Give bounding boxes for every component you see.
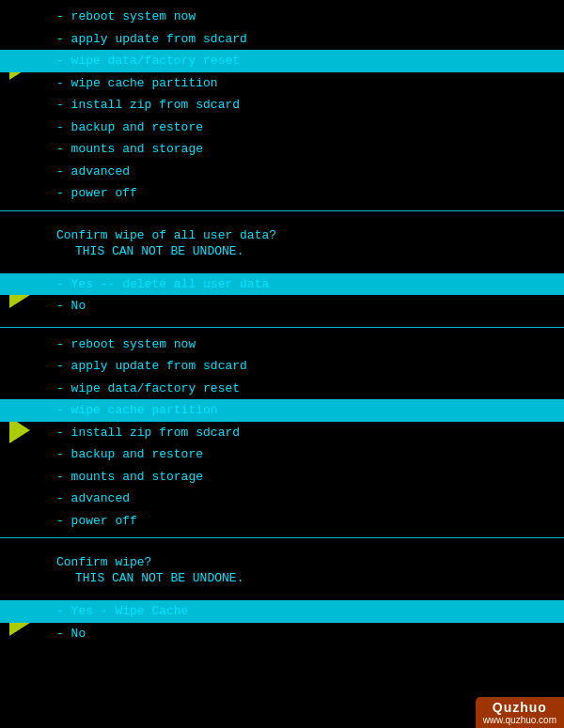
app-container: - reboot system now - apply update from … (0, 0, 564, 728)
watermark-line2: www.quzhuo.com (483, 715, 556, 725)
menu-item-1-0[interactable]: - reboot system now (0, 6, 564, 28)
confirm-4-text: Confirm wipe? THIS CAN NOT BE UNDONE. (0, 538, 564, 600)
confirm-item-4-1[interactable]: - No (0, 623, 564, 645)
confirm-4-arrow: - Yes - Wipe Cache - No (0, 600, 564, 644)
section-1: - reboot system now - apply update from … (0, 0, 564, 211)
section-3: - reboot system now - apply update from … (0, 328, 564, 539)
confirm-2-title: Confirm wipe of all user data? (56, 228, 564, 242)
confirm-2-subtitle: THIS CAN NOT BE UNDONE. (56, 244, 564, 258)
menu-item-3-7[interactable]: - advanced (0, 488, 564, 510)
confirm-2-arrow: - Yes -- delete all user data - No (0, 273, 564, 318)
watermark: Quzhuo www.quzhuo.com (476, 697, 564, 728)
confirm-item-4-0[interactable]: - Yes - Wipe Cache (0, 600, 564, 623)
menu-item-1-1[interactable]: - apply update from sdcard (0, 28, 564, 51)
menu-item-1-2[interactable]: - wipe data/factory reset (0, 50, 564, 72)
menu-item-1-4[interactable]: - install zip from sdcard (0, 94, 564, 116)
menu-item-3-3[interactable]: - wipe cache partition (0, 399, 564, 422)
menu-item-3-1[interactable]: - apply update from sdcard (0, 355, 564, 378)
menu-item-3-6[interactable]: - mounts and storage (0, 466, 564, 488)
menu-item-1-8[interactable]: - power off (0, 182, 564, 205)
menu-item-3-4[interactable]: - install zip from sdcard (0, 422, 564, 444)
section-2: Confirm wipe of all user data? THIS CAN … (0, 211, 564, 328)
menu-item-3-0[interactable]: - reboot system now (0, 333, 564, 356)
menu-item-1-5[interactable]: - backup and restore (0, 116, 564, 139)
confirm-item-2-0[interactable]: - Yes -- delete all user data (0, 273, 564, 296)
menu-item-3-5[interactable]: - backup and restore (0, 443, 564, 466)
confirm-4-title: Confirm wipe? (56, 555, 564, 569)
menu-item-3-8[interactable]: - power off (0, 510, 564, 533)
confirm-4-subtitle: THIS CAN NOT BE UNDONE. (56, 571, 564, 585)
watermark-line1: Quzhuo (483, 700, 556, 715)
menu-item-1-7[interactable]: - advanced (0, 161, 564, 183)
confirm-2-text: Confirm wipe of all user data? THIS CAN … (0, 211, 564, 273)
menu-item-1-3[interactable]: - wipe cache partition (0, 72, 564, 95)
confirm-item-2-1[interactable]: - No (0, 295, 564, 318)
section-4: Confirm wipe? THIS CAN NOT BE UNDONE. - … (0, 538, 564, 654)
menu-item-1-6[interactable]: - mounts and storage (0, 138, 564, 161)
menu-item-3-2[interactable]: - wipe data/factory reset (0, 378, 564, 400)
